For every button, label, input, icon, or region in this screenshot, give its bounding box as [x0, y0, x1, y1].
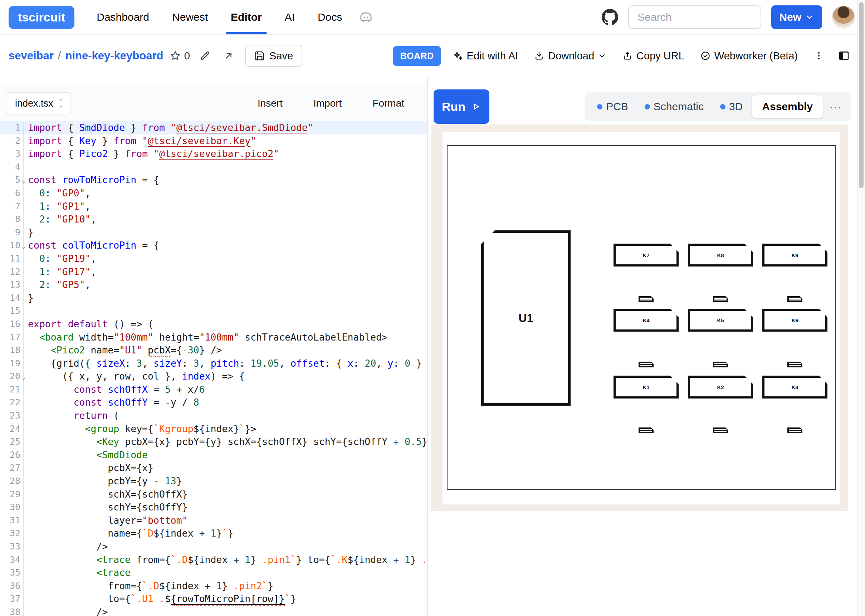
nav-item-newest[interactable]: Newest — [161, 0, 219, 35]
copy-url-button[interactable]: Copy URL — [618, 47, 689, 66]
code-line[interactable]: 12 1: "GP17", — [0, 266, 427, 279]
run-button[interactable]: Run — [433, 90, 489, 124]
code-line[interactable]: 21 const schOffX = 5 + x/6 — [0, 383, 427, 396]
code-line[interactable]: 4 — [0, 160, 427, 174]
download-button[interactable]: Download — [529, 47, 611, 66]
new-button[interactable]: New — [771, 5, 822, 29]
code-line[interactable]: 29 schX={schOffX} — [0, 488, 427, 501]
code-line[interactable]: 33 /> — [0, 540, 427, 553]
code-line[interactable]: 13 2: "GP5", — [0, 278, 427, 292]
code-line[interactable]: 31 layer="bottom" — [0, 514, 427, 527]
key-label: K8 — [717, 252, 724, 258]
sparkles-icon — [452, 50, 463, 61]
code-line[interactable]: 25 <Key pcbX={x} pcbY={y} schX={schOffX}… — [0, 435, 427, 449]
nav-item-docs[interactable]: Docs — [306, 0, 353, 35]
code-line[interactable]: 38 /> — [0, 606, 427, 616]
code-line[interactable]: 5⌄const rowToMicroPin = { — [0, 173, 427, 187]
view-tabs-more-button[interactable]: ··· — [825, 100, 846, 114]
breadcrumb-project[interactable]: nine-key-keyboard — [65, 49, 163, 62]
share-link-button[interactable] — [220, 47, 237, 64]
tscircuit-logo[interactable]: tscircuit — [9, 6, 74, 29]
key-label: K7 — [642, 252, 649, 258]
code-line[interactable]: 34 <trace from={`.D${index + 1} .pin1`} … — [0, 553, 427, 567]
window-scrollbar[interactable] — [857, 0, 865, 616]
upload-share-icon — [622, 50, 633, 61]
edit-with-ai-button[interactable]: Edit with AI — [448, 47, 522, 66]
fold-arrow-icon[interactable]: ⌄ — [22, 174, 26, 187]
search-input[interactable] — [628, 5, 761, 29]
tab-assembly[interactable]: Assembly — [752, 95, 823, 118]
code-line[interactable]: 10⌄const colToMicroPin = { — [0, 239, 427, 252]
component-u1: U1 — [481, 230, 571, 405]
star-count: 0 — [184, 50, 190, 62]
breadcrumb-owner[interactable]: seveibar — [9, 49, 54, 62]
code-line[interactable]: 24 <group key={`Kgroup${index}`}> — [0, 423, 427, 436]
file-selector[interactable]: index.tsx ⌃⌄ — [6, 92, 71, 115]
code-line[interactable]: 14} — [0, 292, 427, 305]
code-line[interactable]: 17 <board width="100mm" height="100mm" s… — [0, 331, 427, 344]
line-number: 11 — [0, 252, 24, 266]
scrollbar-thumb[interactable] — [859, 2, 863, 188]
user-avatar[interactable] — [832, 6, 855, 28]
code-line[interactable]: 18 <Pico2 name="U1" pcbX={-30} /> — [0, 344, 427, 357]
code-line[interactable]: 8 2: "GP10", — [0, 213, 427, 226]
menu-format[interactable]: Format — [372, 97, 404, 109]
discord-icon[interactable] — [353, 0, 378, 35]
rename-pencil-button[interactable] — [196, 47, 214, 64]
code-line-text: 0: "GP19", — [24, 252, 427, 266]
key-k6: K6 — [762, 309, 827, 332]
key-k8: K8 — [688, 244, 753, 267]
code-line[interactable]: 30 schY={schOffY} — [0, 501, 427, 514]
line-number: 16 — [0, 317, 24, 331]
code-line[interactable]: 7 1: "GP1", — [0, 200, 427, 213]
nav-item-dashboard[interactable]: Dashboard — [85, 0, 161, 35]
toggle-panel-button[interactable] — [835, 47, 853, 65]
breadcrumb-separator: / — [58, 49, 61, 62]
code-line[interactable]: 1import { SmdDiode } from "@tsci/seveiba… — [0, 121, 427, 135]
line-number: 12 — [0, 266, 24, 279]
assembly-canvas[interactable]: U1 K7K8K9K4K5K6K1K2K3 — [431, 124, 848, 511]
code-line[interactable]: 9} — [0, 226, 427, 239]
save-button[interactable]: Save — [245, 45, 302, 67]
tab-3d[interactable]: 3D — [713, 101, 750, 113]
key-k3: K3 — [762, 376, 827, 399]
key-label: K4 — [642, 317, 649, 324]
tab-pcb[interactable]: PCB — [590, 101, 635, 113]
line-number: 2 — [0, 135, 24, 148]
code-line[interactable]: 32 name={`D${index + 1}`} — [0, 527, 427, 540]
fold-arrow-icon[interactable]: ⌄ — [22, 239, 26, 253]
copy-url-label: Copy URL — [636, 50, 684, 62]
code-line[interactable]: 3import { Pico2 } from "@tsci/seveibar.p… — [0, 148, 427, 160]
code-line[interactable]: 19 {grid({ sizeX: 3, sizeY: 3, pitch: 19… — [0, 357, 427, 370]
code-line[interactable]: 27 pcbX={x} — [0, 462, 427, 475]
code-line[interactable]: 20⌄ ({ x, y, row, col }, index) => { — [0, 370, 427, 383]
code-line[interactable]: 6 0: "GP0", — [0, 187, 427, 200]
code-line[interactable]: 36 from={`.D${index + 1} .pin2`} — [0, 580, 427, 593]
code-line[interactable]: 15 — [0, 305, 427, 317]
menu-import[interactable]: Import — [313, 97, 342, 109]
star-group[interactable]: 0 — [170, 50, 190, 62]
nav-item-editor[interactable]: Editor — [219, 0, 273, 35]
code-line[interactable]: 28 pcbY={y - 13} — [0, 475, 427, 488]
code-line[interactable]: 22 const schOffY = -y / 8 — [0, 396, 427, 409]
schematic-status-dot — [645, 104, 650, 110]
code-line[interactable]: 37 to={`.U1 .${rowToMicroPin[row]}`} — [0, 592, 427, 606]
webworker-toggle-button[interactable]: Webworker (Beta) — [696, 47, 802, 66]
tab-schematic[interactable]: Schematic — [637, 101, 711, 113]
code-line[interactable]: 35 <trace — [0, 566, 427, 580]
run-button-label: Run — [442, 100, 465, 114]
code-line-text: const rowToMicroPin = { — [24, 173, 427, 187]
github-icon[interactable] — [602, 9, 618, 25]
menu-insert[interactable]: Insert — [257, 97, 283, 109]
fold-arrow-icon[interactable]: ⌄ — [22, 370, 26, 383]
line-number: 26 — [0, 449, 24, 462]
code-line[interactable]: 23 return ( — [0, 409, 427, 423]
file-selector-name: index.tsx — [15, 98, 53, 109]
code-area[interactable]: 1import { SmdDiode } from "@tsci/seveiba… — [0, 121, 427, 616]
nav-item-ai[interactable]: AI — [273, 0, 306, 35]
code-line[interactable]: 2import { Key } from "@tsci/seveibar.Key… — [0, 135, 427, 148]
more-options-kebab-button[interactable] — [811, 47, 827, 64]
code-line[interactable]: 11 0: "GP19", — [0, 252, 427, 266]
code-line[interactable]: 16export default () => ( — [0, 317, 427, 331]
code-line[interactable]: 26 <SmdDiode — [0, 449, 427, 462]
